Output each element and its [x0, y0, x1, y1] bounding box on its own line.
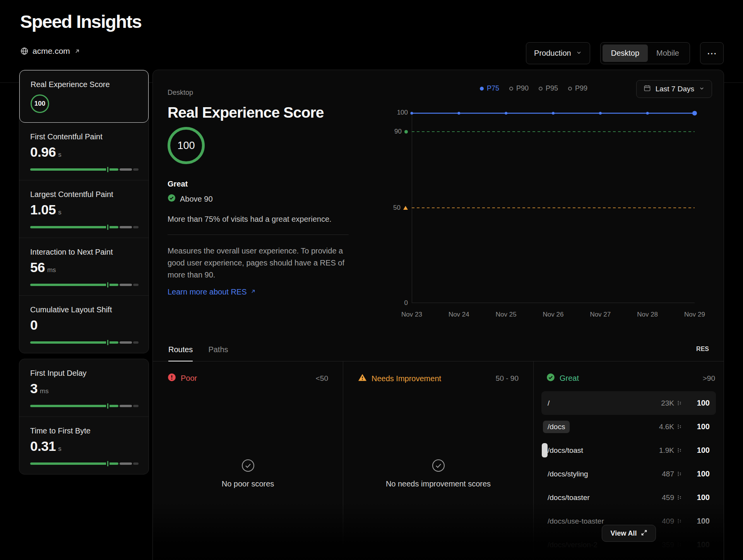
metric-value: 0.31	[30, 438, 56, 454]
environment-select[interactable]: Production	[526, 42, 590, 64]
external-link-icon	[74, 48, 80, 55]
legend-dot-icon	[539, 87, 543, 91]
route-row[interactable]: /docs/toaster 459 100	[541, 486, 716, 509]
legend-label: P95	[546, 84, 558, 92]
legend-item[interactable]: P90	[509, 84, 529, 92]
threshold-dot-icon	[404, 130, 408, 134]
route-score: 100	[682, 469, 710, 478]
chevron-down-icon	[576, 49, 582, 58]
route-row[interactable]: /docs/styling 487 100	[541, 462, 716, 486]
check-circle-outline-icon	[431, 459, 445, 474]
metric-value: 1.05	[30, 202, 56, 217]
sidebar-metric-card[interactable]: Cumulative Layout Shift 0	[19, 295, 149, 353]
route-score: 100	[682, 399, 710, 408]
route-visits: 359	[662, 541, 674, 549]
poor-empty-state: No poor scores	[153, 459, 343, 488]
device-toggle: Desktop Mobile	[600, 42, 690, 64]
metric-unit: ms	[47, 266, 56, 274]
percentile-legend: P75 P90 P95 P99	[480, 84, 587, 92]
visits-breakdown-icon	[677, 542, 682, 547]
metric-value-marker	[106, 167, 110, 172]
rating-threshold-label: Above 90	[180, 195, 213, 204]
legend-dot-icon	[480, 87, 484, 91]
sidebar-item-real-experience-score[interactable]: Real Experience Score 100	[19, 70, 149, 123]
tab[interactable]: Paths	[208, 337, 228, 361]
route-row[interactable]: /docs 4.6K 100	[541, 415, 716, 438]
metric-label: First Contentful Paint	[30, 132, 139, 141]
bar-mid-segment	[120, 284, 132, 286]
bar-end-segment	[133, 226, 139, 228]
x-axis-labels: Nov 23 Nov 24 Nov 25 Nov 26 Nov 27 Nov 2…	[412, 311, 695, 319]
route-score: 100	[682, 517, 710, 526]
device-toggle-option[interactable]: Mobile	[648, 45, 688, 62]
legend-item[interactable]: P75	[480, 84, 499, 92]
needs-improvement-empty-state: No needs improvement scores	[343, 459, 533, 488]
main-panel: Desktop Real Experience Score 100 Great …	[152, 70, 724, 560]
chart-plot[interactable]	[412, 113, 695, 303]
view-all-button[interactable]: View All	[601, 525, 656, 542]
poor-column: Poor <50 No poor scores	[153, 361, 343, 560]
route-row[interactable]: / 23K 100	[541, 391, 716, 415]
metric-value-marker	[106, 340, 110, 345]
visits-breakdown-icon	[677, 448, 682, 453]
route-score: 100	[682, 540, 710, 549]
route-path: /	[548, 399, 550, 408]
bar-mid-segment	[120, 226, 132, 228]
legend-item[interactable]: P99	[568, 84, 587, 92]
bar-end-segment	[133, 462, 139, 465]
legend-item[interactable]: P95	[539, 84, 558, 92]
device-context-label: Desktop	[168, 89, 193, 97]
metric-value: 3	[30, 381, 38, 396]
legend-label: P99	[575, 84, 587, 92]
rating-label: Great	[168, 180, 188, 188]
metric-distribution-bar	[30, 168, 139, 171]
metric-description: Measures the overall user experience. To…	[168, 245, 361, 281]
check-circle-icon	[546, 373, 555, 384]
y-axis-tick: 100	[369, 109, 408, 116]
bar-mid-segment	[120, 168, 132, 171]
date-range-select[interactable]: Last 7 Days	[636, 80, 712, 98]
poor-range: <50	[316, 374, 328, 383]
res-chart: 100 90 50 0	[412, 113, 695, 303]
metric-distribution-bar	[30, 405, 139, 407]
sidebar-metric-card[interactable]: Time to First Byte 0.31 s	[19, 416, 149, 474]
route-visits: 409	[662, 517, 674, 526]
more-options-button[interactable]: ⋯	[700, 42, 724, 64]
metric-label: First Input Delay	[30, 369, 139, 378]
sidebar-metric-card[interactable]: Interaction to Next Paint 56 ms	[19, 238, 149, 295]
res-score-badge: 100	[31, 94, 49, 113]
route-score: 100	[682, 446, 710, 455]
route-score: 100	[682, 422, 710, 431]
legend-dot-icon	[509, 87, 513, 91]
sidebar-metric-card[interactable]: Largest Contentful Paint 1.05 s	[19, 180, 149, 238]
check-circle-icon	[168, 194, 176, 204]
metric-unit: s	[58, 445, 62, 453]
route-path: /docs/use-toaster	[548, 517, 604, 526]
x-axis-label: Nov 25	[496, 311, 517, 319]
device-toggle-option[interactable]: Desktop	[603, 45, 648, 62]
globe-icon	[20, 47, 29, 55]
bar-mid-segment	[120, 341, 132, 344]
sidebar-metric-card[interactable]: First Input Delay 3 ms	[19, 359, 149, 416]
metric-distribution-bar	[30, 341, 139, 344]
header-controls: Production Desktop Mobile ⋯	[526, 42, 724, 64]
experience-summary: More than 75% of visits had a great expe…	[168, 215, 332, 224]
legend-label: P90	[516, 84, 529, 92]
project-domain[interactable]: acme.com	[20, 46, 80, 56]
tab[interactable]: Routes	[168, 337, 193, 361]
route-visits: 459	[662, 493, 674, 502]
metric-label: Cumulative Layout Shift	[30, 305, 139, 314]
learn-more-label: Learn more about RES	[168, 288, 247, 296]
needs-improvement-column: Needs Improvement 50 - 90 No needs impro…	[343, 361, 533, 560]
metric-distribution-bar	[30, 284, 139, 286]
visits-breakdown-icon	[677, 519, 682, 524]
route-row[interactable]: /docs/toast 1.9K 100	[541, 438, 716, 462]
learn-more-link[interactable]: Learn more about RES	[168, 288, 256, 296]
metric-label: Real Experience Score	[31, 80, 138, 89]
warning-triangle-icon	[358, 373, 367, 384]
bar-good-segment	[30, 168, 118, 171]
visits-breakdown-icon	[677, 471, 682, 476]
sidebar-metric-card[interactable]: First Contentful Paint 0.96 s	[19, 123, 149, 180]
needs-improvement-empty-text: No needs improvement scores	[386, 480, 491, 488]
metric-value-marker	[106, 461, 110, 466]
